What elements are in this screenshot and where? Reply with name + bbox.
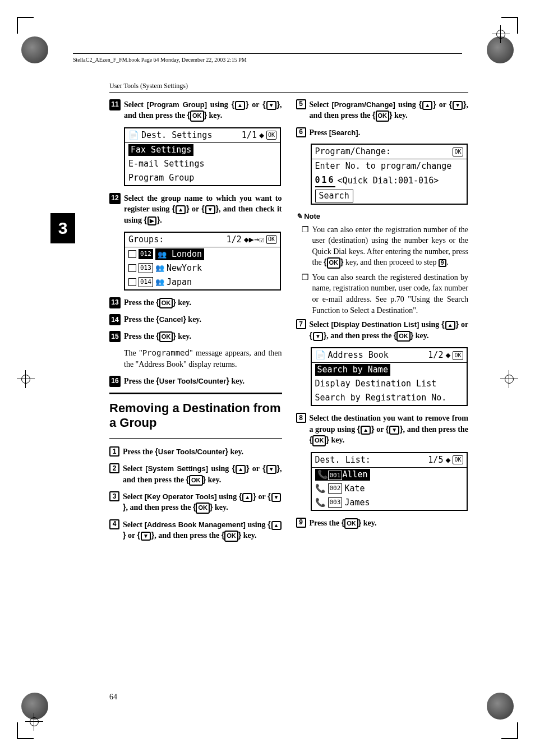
section-rule [109, 438, 282, 439]
step-number-icon: 16 [109, 376, 121, 387]
lcd-page: 1/2 [227, 234, 242, 246]
section-heading: Removing a Destination from a Group [109, 401, 282, 431]
registration-mark [492, 25, 510, 43]
lcd-item: Enter No. to program/change [312, 159, 467, 173]
step-a9: 9 Press the {OK} key. [296, 518, 469, 529]
lcd-program-change: Program/Change:OK Enter No. to program/c… [311, 144, 468, 205]
step-number-icon: 2 [109, 463, 119, 473]
step-number-icon: 5 [296, 99, 306, 109]
lcd-groups: Groups:1/2◆▶→☑OK 012👥 London 013👥 NewYor… [124, 232, 281, 291]
crop-mark [17, 17, 34, 34]
lcd-dest-list: Dest. List:1/5◆OK 📞001Allen 📞002Kate 📞00… [311, 452, 468, 511]
step-text: Press the {User Tools/Counter} key. [124, 376, 282, 387]
left-column: 11 Select [Program Group] using {▲} or {… [109, 99, 282, 547]
lcd-page: 1/1 [242, 130, 257, 141]
step-a8: 8 Select the destination you want to rem… [296, 413, 469, 446]
registration-mark [25, 713, 43, 731]
running-head: User Tools (System Settings) [109, 81, 468, 93]
step-text: Press the {Cancel} key. [124, 314, 282, 325]
step-text: Press [Search]. [310, 127, 469, 139]
step-number-icon: 9 [296, 518, 306, 528]
lcd-badge: 001 [328, 471, 343, 480]
step-number-icon: 11 [109, 99, 121, 110]
lcd-page: 1/5 [428, 454, 443, 466]
lcd-item: Japan [167, 276, 192, 288]
step-text: Select [Address Book Management] using {… [123, 519, 282, 542]
step-a3: 3 Select [Key Operator Tools] using {▲} … [109, 491, 282, 514]
registration-mark [17, 370, 35, 388]
step-text: Press the {User Tools/Counter} key. [123, 446, 282, 458]
lcd-item-selected: London [172, 249, 202, 259]
lcd-title: Dest. Settings [141, 130, 212, 141]
page-number: 64 [109, 692, 117, 703]
step-text: Select [Key Operator Tools] using {▲} or… [123, 491, 282, 514]
corner-decoration [487, 693, 514, 720]
lcd-badge: 002 [328, 483, 343, 493]
note-item: ❒You can also search the registered dest… [302, 272, 469, 316]
lcd-item: James [344, 497, 370, 509]
step-a6: 6 Press [Search]. [296, 127, 469, 139]
step-12: 12 Select the group name to which you wa… [109, 193, 282, 226]
step-15-body: The "Programmed" message appears, and th… [124, 348, 282, 370]
lcd-item-selected: Allen [342, 469, 367, 480]
lcd-badge: 014 [139, 277, 153, 287]
step-number-icon: 6 [296, 127, 306, 137]
section-rule [109, 393, 282, 394]
lcd-button: Search [315, 190, 353, 202]
step-text: Press the {OK} key. [310, 518, 469, 529]
lcd-item: Kate [344, 483, 365, 495]
step-a2: 2 Select [System Settings] using {▲} or … [109, 463, 282, 486]
registration-mark [500, 370, 518, 388]
step-text: Select the destination you want to remov… [310, 413, 469, 446]
step-13: 13 Press the {OK} key. [109, 297, 282, 308]
step-text: Select the group name to which you want … [124, 193, 282, 226]
lcd-item: Search by Registration No. [312, 391, 467, 405]
step-text: Select [Program/Change] using {▲} or {▼}… [310, 99, 469, 122]
step-number-icon: 1 [109, 446, 119, 457]
step-a5: 5 Select [Program/Change] using {▲} or {… [296, 99, 469, 122]
step-number-icon: 4 [109, 519, 119, 529]
step-text: Press the {OK} key. [124, 297, 282, 308]
step-number-icon: 8 [296, 413, 306, 423]
lcd-page: 1/2 [428, 349, 443, 361]
step-14: 14 Press the {Cancel} key. [109, 314, 282, 325]
header-rule [73, 53, 462, 54]
step-text: Select [Display Destination List] using … [310, 319, 469, 342]
step-a4: 4 Select [Address Book Management] using… [109, 519, 282, 542]
step-15: 15 Press the {OK} key. [109, 331, 282, 342]
step-number-icon: 14 [109, 314, 121, 325]
lcd-item: NewYork [167, 262, 202, 274]
lcd-title: Program/Change: [315, 146, 391, 158]
note-heading: ✎ Note [296, 211, 469, 222]
header-text: StellaC2_AEzen_F_FM.book Page 64 Monday,… [73, 56, 247, 64]
note-item: ❒You can also enter the registration num… [302, 224, 469, 269]
lcd-badge: 013 [139, 263, 153, 273]
lcd-title: Dest. List: [315, 454, 371, 466]
step-number-icon: 7 [296, 319, 306, 329]
step-11: 11 Select [Program Group] using {▲} or {… [109, 99, 282, 122]
step-text: Select [Program Group] using {▲} or {▼},… [124, 99, 282, 122]
lcd-number-input: 016 [315, 174, 335, 187]
lcd-item-selected: Fax Settings [128, 144, 193, 156]
lcd-title: Address Book [328, 349, 389, 361]
lcd-badge: 003 [328, 497, 343, 507]
step-a7: 7 Select [Display Destination List] usin… [296, 319, 469, 342]
step-number-icon: 15 [109, 331, 121, 342]
lcd-item: Display Destination List [312, 377, 467, 391]
lcd-item-selected: Search by Name [315, 364, 390, 376]
lcd-item: Program Group [125, 171, 280, 185]
lcd-badge: 012 [139, 249, 153, 259]
step-16: 16 Press the {User Tools/Counter} key. [109, 376, 282, 387]
step-text: Select [System Settings] using {▲} or {▼… [123, 463, 282, 486]
lcd-address-book: 📄Address Book1/2◆OK Search by Name Displ… [311, 347, 468, 406]
lcd-title: Groups: [128, 234, 164, 246]
right-column: 5 Select [Program/Change] using {▲} or {… [296, 99, 469, 547]
chapter-tab: 3 [50, 213, 75, 243]
step-number-icon: 12 [109, 193, 121, 204]
lcd-hint: <Quick Dial:001-016> [338, 175, 439, 187]
lcd-item: E-mail Settings [125, 157, 280, 171]
step-text: Press the {OK} key. [124, 331, 282, 342]
corner-decoration [21, 36, 48, 63]
lcd-dest-settings: 📄Dest. Settings1/1◆OK Fax Settings E-mai… [124, 127, 281, 186]
step-a1: 1 Press the {User Tools/Counter} key. [109, 446, 282, 458]
